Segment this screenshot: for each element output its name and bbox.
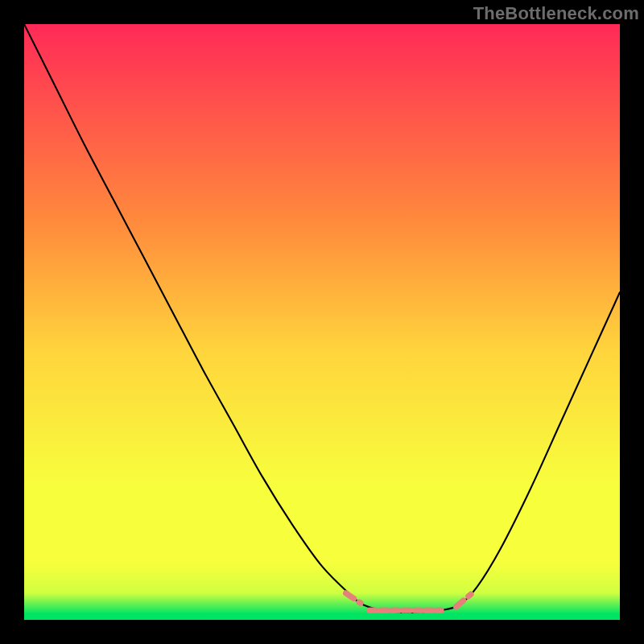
plot-area (24, 24, 620, 620)
watermark-text: TheBottleneck.com (473, 3, 639, 24)
chart-svg (24, 24, 620, 620)
chart-stage: TheBottleneck.com (0, 0, 644, 644)
gradient-background (24, 24, 620, 620)
